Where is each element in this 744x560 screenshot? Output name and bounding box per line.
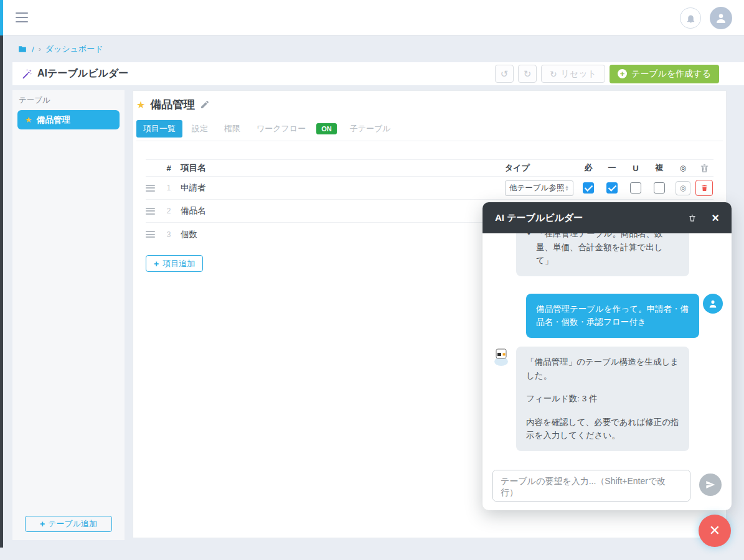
- field-number: 3: [161, 230, 177, 239]
- redo-icon: ↻: [524, 68, 532, 80]
- chat-input[interactable]: [492, 470, 690, 502]
- chat-user-text: 備品管理テーブルを作って。申請者・備品名・個数・承認フロー付き: [526, 294, 699, 338]
- header-type: タイプ: [502, 162, 577, 174]
- chat-message-user: 備品管理テーブルを作って。申請者・備品名・個数・承認フロー付き: [491, 294, 723, 338]
- ai-chat-panel: AI テーブルビルダー × 「在庫管理テーブル。商品名、数量、単価、合計金額を計…: [483, 202, 732, 510]
- header-field-name: 項目名: [177, 162, 502, 174]
- tables-sidebar: テーブル ★ 備品管理 + テーブル追加: [12, 90, 125, 540]
- chat-ai-paragraph: 内容を確認して、必要であれば修正の指示を入力してください。: [526, 416, 679, 442]
- field-type-select[interactable]: 他テーブル参照 ▲▼: [505, 180, 573, 196]
- top-navbar: [3, 0, 744, 35]
- plus-circle-icon: +: [618, 69, 627, 78]
- header-u: U: [624, 164, 647, 173]
- field-delete-button[interactable]: [695, 180, 713, 196]
- folder-icon: [17, 45, 27, 54]
- sidebar-item-bihinkanri[interactable]: ★ 備品管理: [17, 110, 120, 129]
- field-settings-button[interactable]: ◎: [676, 181, 690, 195]
- header-required: 必: [577, 162, 600, 174]
- trash-icon: [688, 213, 697, 223]
- tab-field-list[interactable]: 項目一覧: [136, 120, 182, 138]
- chat-message-assistant: 「備品管理」のテーブル構造を生成しました。 フィールド数: 3 件 内容を確認し…: [491, 347, 723, 451]
- person-icon: [714, 11, 728, 25]
- robot-avatar-icon: [491, 347, 511, 366]
- chat-message-assistant: 「在庫管理テーブル。商品名、数量、単価、合計金額を計算で出して」: [491, 233, 723, 276]
- breadcrumb-current-link[interactable]: ダッシュボード: [45, 44, 103, 55]
- drag-handle-icon[interactable]: [146, 208, 155, 215]
- chat-title: AI テーブルビルダー: [495, 212, 583, 224]
- tab-workflow[interactable]: ワークフロー: [250, 120, 313, 138]
- collapsed-sidebar-strip: [0, 35, 3, 548]
- select-arrows-icon: ▲▼: [565, 185, 569, 192]
- header-unique: 一: [600, 162, 624, 174]
- drag-handle-icon[interactable]: [146, 185, 155, 192]
- user-avatar[interactable]: [710, 7, 732, 29]
- builder-toolbar: AIテーブルビルダー ↺ ↻ ↻ リセット + テーブルを作成する: [12, 62, 744, 85]
- fields-table-header: # 項目名 タイプ 必 一 U 複 ◎: [146, 159, 713, 177]
- add-table-button[interactable]: + テーブル追加: [25, 516, 112, 532]
- builder-title: AIテーブルビルダー: [21, 67, 128, 80]
- chat-clear-button[interactable]: [688, 213, 697, 223]
- field-number: 2: [161, 207, 177, 215]
- close-icon: ✕: [709, 523, 720, 539]
- tab-child-table[interactable]: 子テーブル: [343, 120, 398, 138]
- redo-button[interactable]: ↻: [518, 65, 537, 83]
- magic-wand-icon: [21, 68, 32, 80]
- person-icon: [707, 298, 718, 309]
- chat-message-list[interactable]: 「在庫管理テーブル。商品名、数量、単価、合計金額を計算で出して」 備品管理テーブ…: [483, 233, 732, 464]
- hamburger-menu-icon[interactable]: [16, 12, 28, 22]
- required-checkbox[interactable]: [583, 182, 594, 194]
- add-field-button[interactable]: + 項目追加: [146, 255, 203, 272]
- breadcrumb-root-link[interactable]: /: [32, 45, 34, 54]
- field-name: 申請者: [177, 182, 502, 194]
- u-checkbox[interactable]: [630, 182, 641, 194]
- undo-button[interactable]: ↺: [495, 65, 514, 83]
- chat-header[interactable]: AI テーブルビルダー ×: [483, 202, 732, 233]
- star-icon: ★: [136, 99, 145, 111]
- multi-checkbox[interactable]: [654, 182, 665, 194]
- chat-toggle-fab[interactable]: ✕: [699, 515, 731, 547]
- field-type-value: 他テーブル参照: [509, 183, 564, 194]
- tab-settings[interactable]: 設定: [185, 120, 215, 138]
- breadcrumb: / › ダッシュボード: [17, 44, 103, 55]
- bell-icon: [685, 13, 696, 24]
- undo-icon: ↺: [501, 68, 509, 80]
- reset-button-label: リセット: [561, 68, 596, 80]
- create-table-label: テーブルを作成する: [631, 68, 711, 80]
- star-icon: ★: [25, 115, 32, 124]
- pencil-icon: [200, 100, 210, 110]
- trash-icon: [700, 184, 709, 192]
- chat-bullet-text: 「在庫管理テーブル。商品名、数量、単価、合計金額を計算で出して」: [526, 233, 679, 268]
- chat-close-button[interactable]: ×: [712, 212, 719, 224]
- sidebar-item-label: 備品管理: [37, 114, 70, 126]
- settings-icon: ◎: [680, 184, 686, 192]
- notifications-button[interactable]: [680, 7, 701, 29]
- field-number: 1: [161, 184, 177, 192]
- reset-button[interactable]: ↻ リセット: [541, 65, 605, 83]
- chat-ai-paragraph: フィールド数: 3 件: [526, 392, 679, 406]
- builder-title-label: AIテーブルビルダー: [37, 67, 128, 80]
- edit-title-button[interactable]: [200, 100, 210, 110]
- paper-plane-icon: [705, 480, 715, 490]
- add-field-label: 項目追加: [162, 258, 195, 269]
- add-table-label: テーブル追加: [48, 518, 97, 530]
- workflow-on-badge: ON: [316, 123, 337, 134]
- table-row: 1 申請者 他テーブル参照 ▲▼ ◎: [146, 177, 713, 200]
- plus-icon: +: [40, 519, 45, 529]
- editor-tabs: 項目一覧 設定 権限 ワークフロー ON 子テーブル: [136, 120, 723, 141]
- user-chat-avatar: [703, 294, 723, 314]
- chat-ai-paragraph: 「備品管理」のテーブル構造を生成しました。: [526, 355, 679, 382]
- plus-icon: +: [154, 259, 159, 269]
- chevron-right-icon: ›: [39, 45, 41, 54]
- header-trash-icon: [695, 163, 713, 174]
- header-num: #: [161, 164, 177, 173]
- header-settings-icon: ◎: [671, 164, 695, 172]
- send-button[interactable]: [699, 474, 722, 496]
- unique-checkbox[interactable]: [606, 182, 618, 194]
- sidebar-section-label: テーブル: [19, 95, 50, 106]
- create-table-button[interactable]: + テーブルを作成する: [610, 65, 719, 83]
- drag-handle-icon[interactable]: [146, 231, 155, 238]
- header-multi: 複: [647, 162, 671, 174]
- page-title: 備品管理: [150, 97, 195, 112]
- chat-input-area: [483, 464, 732, 510]
- tab-permissions[interactable]: 権限: [217, 120, 247, 138]
